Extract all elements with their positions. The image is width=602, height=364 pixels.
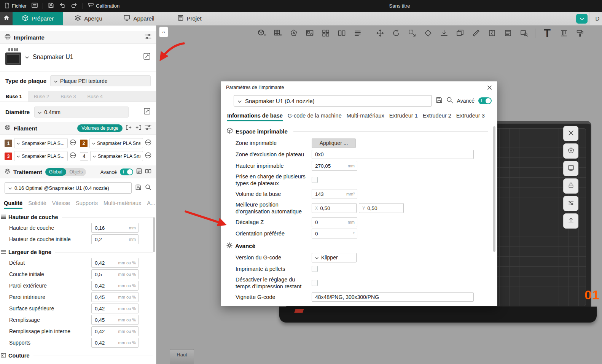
tab-nozzle-1[interactable]: Buse 1	[0, 91, 28, 102]
infill-line-width-input[interactable]	[92, 317, 118, 323]
best-position-x-input[interactable]	[319, 205, 356, 211]
auto-arrange-icon[interactable]	[288, 27, 299, 39]
tab-preview[interactable]: Aperçu	[63, 12, 114, 25]
close-icon[interactable]	[487, 85, 492, 90]
tab-speed[interactable]: Vitesse	[52, 200, 70, 209]
stack-list-icon[interactable]	[352, 27, 363, 39]
menu-icon[interactable]	[32, 3, 38, 9]
tab-project[interactable]: Projet	[164, 12, 215, 25]
filament-color-swatch[interactable]: 4	[80, 152, 88, 161]
tab-extruder-3[interactable]: Extrudeur 3	[456, 113, 485, 121]
internal-solid-infill-line-width-input[interactable]	[92, 329, 118, 334]
save-icon[interactable]	[436, 97, 443, 105]
filament-color-swatch[interactable]: 3	[5, 153, 12, 160]
top-surface-line-width-input[interactable]	[92, 306, 118, 312]
scope-global[interactable]: Global	[45, 168, 66, 176]
gcode-icon[interactable]	[502, 27, 514, 39]
sidebar-collapse-button[interactable]: ‹›	[159, 27, 168, 37]
edit-nozzle-icon[interactable]	[143, 108, 151, 116]
objects-compare-icon[interactable]	[145, 168, 151, 176]
plate-settings-button[interactable]	[563, 161, 578, 176]
dialog-scrollbar[interactable]	[493, 126, 495, 252]
split-plates-icon[interactable]	[336, 27, 347, 39]
scale-icon[interactable]	[406, 27, 418, 39]
save-preset-icon[interactable]	[135, 184, 142, 192]
tab-strength[interactable]: Solidité	[28, 200, 46, 209]
support-line-width-input[interactable]	[92, 340, 118, 346]
inner-wall-line-width-input[interactable]	[92, 294, 118, 300]
tab-machine-gcode[interactable]: G-code de la machine	[288, 113, 342, 121]
orient-button[interactable]	[563, 143, 578, 159]
inspect-icon[interactable]	[518, 27, 530, 39]
filament-menu-icon[interactable]	[145, 152, 151, 160]
gcode-flavor-select[interactable]: Klipper	[312, 253, 357, 262]
file-menu[interactable]: Fichier	[5, 3, 27, 10]
chevron-down-icon[interactable]	[25, 54, 29, 60]
tune-icon[interactable]	[145, 33, 151, 41]
plate-sliders-button[interactable]	[563, 196, 578, 211]
sidebar-scrollbar[interactable]	[153, 217, 155, 252]
filament-color-swatch[interactable]: 1	[5, 140, 12, 147]
initial-layer-height-input[interactable]	[92, 237, 128, 242]
home-button[interactable]	[0, 12, 13, 25]
flatten-icon[interactable]	[438, 27, 450, 39]
insert-filament-after-icon[interactable]	[135, 125, 142, 132]
user-badge[interactable]: D	[589, 12, 602, 25]
preferred-orientation-input[interactable]	[312, 231, 352, 237]
settings-list-icon[interactable]	[136, 168, 142, 176]
plate-type-select[interactable]: Plaque PEI texturée	[50, 75, 151, 86]
save-icon[interactable]	[48, 2, 54, 10]
view-cube-top-face[interactable]: Haut	[170, 349, 194, 364]
rotate-icon[interactable]	[390, 27, 402, 39]
undo-icon[interactable]	[59, 3, 66, 10]
support-paint-icon[interactable]	[558, 27, 570, 39]
redo-icon[interactable]	[71, 3, 78, 10]
tab-multimaterial[interactable]: Multi-matériaux	[347, 113, 384, 121]
scope-toggle[interactable]: Global Objets	[45, 168, 86, 176]
account-dropdown[interactable]	[576, 14, 588, 24]
lock-button[interactable]	[563, 178, 578, 194]
scope-objects[interactable]: Objets	[66, 168, 86, 176]
move-icon[interactable]	[374, 27, 386, 39]
color-paint-icon[interactable]	[574, 27, 586, 39]
z-offset-input[interactable]	[312, 219, 347, 225]
printer-name[interactable]: Snapmaker U1	[33, 54, 73, 60]
multi-bed-checkbox[interactable]	[312, 177, 318, 183]
layer-height-input[interactable]	[92, 225, 128, 231]
tab-quality[interactable]: Qualité	[4, 200, 22, 209]
pellet-printer-checkbox[interactable]	[312, 266, 318, 272]
filament-menu-icon[interactable]	[70, 152, 76, 160]
tab-supports[interactable]: Supports	[76, 200, 98, 209]
deselect-button[interactable]	[563, 126, 578, 141]
advanced-toggle[interactable]	[478, 97, 492, 104]
tab-nozzle-4[interactable]: Buse 4	[82, 91, 108, 102]
calibration-menu[interactable]: Calibration	[88, 3, 119, 9]
text-tool-icon[interactable]: T	[541, 27, 554, 39]
nozzle-volume-input[interactable]	[312, 191, 346, 197]
disable-remaining-time-checkbox[interactable]	[312, 280, 318, 286]
filament-select[interactable]: Snapmaker PLA S...	[14, 138, 68, 148]
seam-paint-icon[interactable]	[486, 27, 498, 39]
search-icon[interactable]	[145, 184, 151, 192]
tab-nozzle-2[interactable]: Buse 2	[28, 91, 55, 102]
tab-device[interactable]: Appareil	[114, 12, 164, 25]
move-up-button[interactable]	[563, 213, 578, 229]
printer-preset-select[interactable]: Snapmaker U1 (0.4 nozzle)	[234, 95, 432, 106]
add-plate-icon[interactable]	[272, 27, 283, 39]
apply-button[interactable]: Appliquer ...	[312, 138, 356, 148]
tab-nozzle-3[interactable]: Buse 3	[55, 91, 81, 102]
insert-filament-before-icon[interactable]	[126, 125, 132, 132]
measure-icon[interactable]	[470, 27, 482, 39]
tab-extruder-2[interactable]: Extrudeur 2	[423, 113, 451, 121]
clone-icon[interactable]	[454, 27, 466, 39]
diameter-select[interactable]: 0.4mm	[34, 106, 129, 118]
add-object-icon[interactable]	[256, 27, 268, 39]
tab-prepare[interactable]: Préparer	[13, 12, 63, 25]
outer-wall-line-width-input[interactable]	[92, 283, 118, 289]
filament-color-swatch[interactable]: 2	[80, 140, 88, 147]
filament-menu-icon[interactable]	[70, 139, 76, 147]
tab-others[interactable]: A...	[147, 200, 155, 209]
best-position-y-input[interactable]	[366, 205, 403, 211]
edit-printer-icon[interactable]	[143, 52, 151, 62]
printable-height-input[interactable]	[312, 163, 347, 169]
